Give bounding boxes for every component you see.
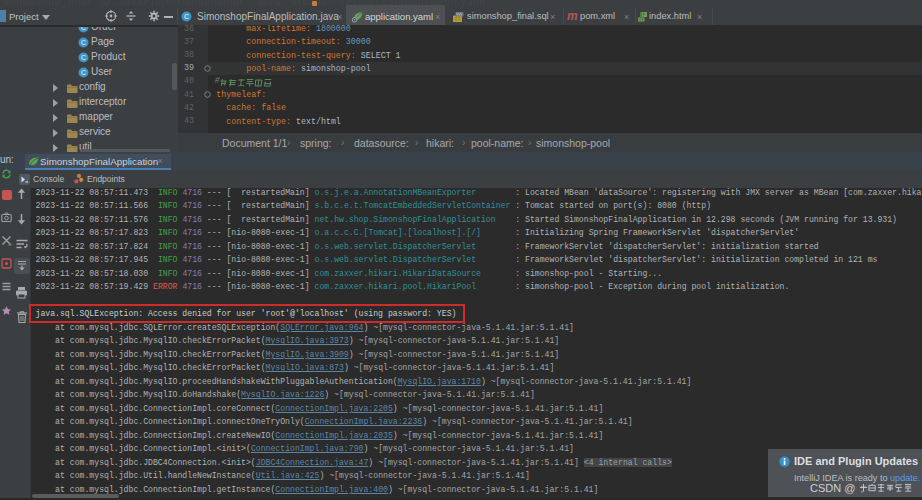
svg-text:C: C: [81, 39, 86, 46]
svg-text:C: C: [184, 13, 189, 20]
svg-text:C: C: [81, 69, 86, 76]
svg-text:C: C: [81, 54, 86, 61]
svg-text:C: C: [81, 27, 86, 31]
